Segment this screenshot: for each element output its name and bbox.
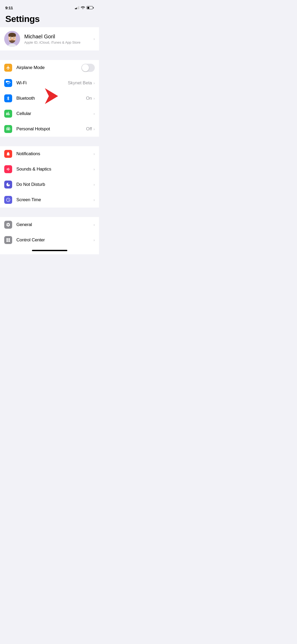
- screen-time-chevron-icon: ›: [93, 198, 95, 202]
- notifications-chevron-icon: ›: [93, 152, 95, 156]
- svg-rect-14: [8, 240, 10, 242]
- general-row[interactable]: General ›: [0, 217, 99, 232]
- sounds-haptics-label: Sounds & Haptics: [16, 167, 93, 172]
- home-indicator-area: [0, 248, 99, 254]
- notifications-label: Notifications: [16, 151, 93, 157]
- do-not-disturb-icon: [4, 181, 12, 188]
- svg-rect-3: [8, 35, 16, 36]
- personal-hotspot-label: Personal Hotspot: [16, 126, 86, 132]
- screen-time-row[interactable]: Screen Time ›: [0, 192, 99, 208]
- notifications-group: Notifications › Sounds & Haptics › Do No…: [0, 146, 99, 208]
- notifications-icon: [4, 150, 12, 158]
- bluetooth-row[interactable]: Bluetooth On ›: [0, 91, 99, 106]
- control-center-row[interactable]: Control Center ›: [0, 232, 99, 248]
- sounds-chevron-icon: ›: [93, 167, 95, 171]
- battery-icon: [87, 6, 94, 9]
- bluetooth-value: On: [86, 96, 92, 101]
- airplane-mode-icon: [4, 64, 12, 72]
- profile-row[interactable]: Michael Goril Apple ID, iCloud, iTunes &…: [0, 27, 99, 50]
- cellular-label: Cellular: [16, 111, 93, 116]
- bluetooth-chevron-icon: ›: [93, 96, 95, 100]
- wifi-label: Wi-Fi: [16, 80, 68, 86]
- svg-point-8: [12, 39, 13, 40]
- hotspot-icon: [4, 125, 12, 133]
- cellular-icon: [4, 110, 12, 118]
- avatar: [4, 31, 20, 47]
- profile-name: Michael Goril: [24, 34, 93, 40]
- profile-chevron-icon: ›: [93, 37, 95, 41]
- profile-subtitle: Apple ID, iCloud, iTunes & App Store: [24, 40, 93, 44]
- personal-hotspot-chevron-icon: ›: [93, 127, 95, 131]
- group-gap-3: [0, 208, 99, 217]
- general-chevron-icon: ›: [93, 223, 95, 227]
- status-time: 9:11: [5, 6, 13, 10]
- cellular-chevron-icon: ›: [93, 112, 95, 116]
- wifi-row[interactable]: Wi-Fi Skynet Beta ›: [0, 75, 99, 91]
- wifi-status-icon: [81, 6, 85, 10]
- notifications-row[interactable]: Notifications ›: [0, 146, 99, 162]
- sounds-icon: [4, 165, 12, 173]
- screen-time-label: Screen Time: [16, 197, 93, 203]
- do-not-disturb-row[interactable]: Do Not Disturb ›: [0, 177, 99, 192]
- control-center-chevron-icon: ›: [93, 238, 95, 242]
- airplane-mode-toggle[interactable]: [81, 64, 95, 72]
- wifi-chevron-icon: ›: [93, 81, 95, 85]
- profile-section: Michael Goril Apple ID, iCloud, iTunes &…: [0, 27, 99, 50]
- svg-point-7: [13, 38, 15, 39]
- control-center-label: Control Center: [16, 237, 93, 243]
- profile-info: Michael Goril Apple ID, iCloud, iTunes &…: [24, 34, 93, 44]
- svg-point-6: [10, 38, 11, 39]
- do-not-disturb-label: Do Not Disturb: [16, 182, 93, 187]
- page-title: Settings: [5, 14, 94, 24]
- do-not-disturb-chevron-icon: ›: [93, 182, 95, 187]
- svg-rect-11: [6, 238, 8, 240]
- home-indicator: [0, 248, 99, 252]
- general-group: General › Control Center ›: [0, 217, 99, 248]
- group-gap-2: [0, 137, 99, 146]
- svg-rect-13: [6, 240, 8, 242]
- status-icons: [75, 6, 94, 10]
- sounds-haptics-row[interactable]: Sounds & Haptics ›: [0, 162, 99, 177]
- airplane-mode-label: Airplane Mode: [16, 65, 81, 70]
- control-center-icon: [4, 236, 12, 244]
- bluetooth-label: Bluetooth: [16, 96, 86, 101]
- screen-time-icon: [4, 196, 12, 204]
- page-title-section: Settings: [0, 12, 99, 27]
- home-bar: [32, 250, 67, 251]
- general-icon: [4, 221, 12, 229]
- personal-hotspot-value: Off: [86, 126, 92, 132]
- signal-bars-icon: [75, 6, 79, 9]
- wifi-value: Skynet Beta: [68, 80, 92, 86]
- wifi-icon: [4, 79, 12, 87]
- airplane-mode-row[interactable]: Airplane Mode: [0, 60, 99, 75]
- group-gap-1: [0, 50, 99, 60]
- status-bar: 9:11: [0, 0, 99, 12]
- bluetooth-icon: [4, 94, 12, 102]
- connectivity-group: Airplane Mode Wi-Fi Skynet Beta › Blueto…: [0, 60, 99, 137]
- svg-rect-12: [8, 238, 10, 240]
- cellular-row[interactable]: Cellular ›: [0, 106, 99, 121]
- general-label: General: [16, 222, 93, 227]
- personal-hotspot-row[interactable]: Personal Hotspot Off ›: [0, 121, 99, 137]
